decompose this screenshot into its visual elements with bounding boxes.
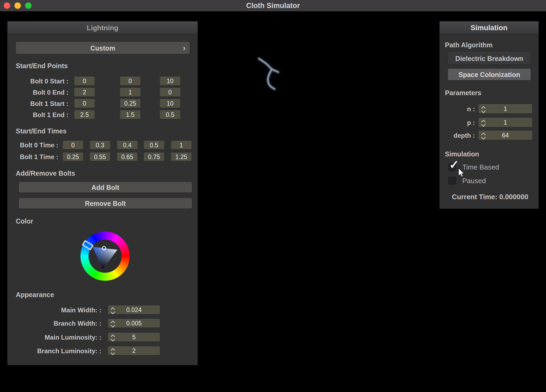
points-row-label: Bolt 1 Start : <box>18 99 68 108</box>
points-row-label: Bolt 0 End : <box>18 88 68 97</box>
time-field[interactable]: 1 <box>171 141 191 149</box>
appearance-row-label: Main Width: : <box>18 306 101 314</box>
color-heading: Color <box>16 217 33 225</box>
simulation-panel: Simulation Path Algorithm Dielectric Bre… <box>439 21 539 209</box>
point-field[interactable]: 0 <box>74 99 95 108</box>
time-field[interactable]: 0.5 <box>144 141 164 149</box>
points-row-label: Bolt 1 End : <box>18 110 68 119</box>
lightning-panel-title: Lightning <box>87 24 118 32</box>
main-luminosity-spinner[interactable]: 5 <box>108 333 160 342</box>
remove-bolt-button[interactable]: Remove Bolt <box>18 198 192 209</box>
point-field[interactable]: 0 <box>74 77 95 86</box>
simulation-heading: Simulation <box>445 150 479 158</box>
current-time-text: Current Time: 0.000000 <box>452 193 528 201</box>
appearance-row-label: Branch Width: : <box>18 319 101 328</box>
chevron-right-icon: › <box>183 42 186 53</box>
appearance-row-label: Main Luminosity: : <box>18 333 101 342</box>
times-row-label: Bolt 1 Time : <box>13 153 58 161</box>
points-row-label: Bolt 0 Start : <box>18 77 68 86</box>
branch-luminosity-spinner[interactable]: 2 <box>108 347 160 355</box>
n-spinner[interactable]: 1 <box>479 104 532 114</box>
parameter-label: p : <box>440 118 475 127</box>
bolts-heading: Add/Remove Bolts <box>16 170 75 177</box>
spinner-value: 5 <box>132 334 136 341</box>
time-field[interactable]: 1.25 <box>171 153 191 161</box>
spinner-value: 2 <box>132 347 136 354</box>
point-field[interactable]: 10 <box>160 99 180 108</box>
time-field[interactable]: 0.65 <box>117 153 137 161</box>
times-heading: Start/End Times <box>16 127 67 135</box>
point-field[interactable]: 0 <box>160 88 180 97</box>
point-field[interactable]: 0 <box>120 77 140 86</box>
space-colonization-button[interactable]: Space Colonization <box>448 69 531 80</box>
title-bar: Cloth Simulator <box>0 0 546 11</box>
time-field[interactable]: 0.55 <box>90 153 110 161</box>
appearance-heading: Appearance <box>16 291 54 299</box>
time-field[interactable]: 0.4 <box>117 141 137 149</box>
times-row-label: Bolt 0 Time : <box>13 141 58 149</box>
appearance-row-label: Branch Luminosity: : <box>18 347 101 355</box>
window-title: Cloth Simulator <box>0 2 546 10</box>
spinner-value: 64 <box>502 132 509 139</box>
paused-checkbox[interactable] <box>448 177 456 185</box>
caret-down-icon[interactable] <box>111 310 115 314</box>
sv-triangle[interactable] <box>80 232 130 281</box>
simulation-panel-header[interactable]: Simulation <box>440 21 539 34</box>
caret-down-icon[interactable] <box>481 122 486 127</box>
point-field[interactable]: 0.5 <box>160 110 180 119</box>
time-field[interactable]: 0.3 <box>90 141 110 149</box>
caret-down-icon[interactable] <box>481 135 486 140</box>
dielectric-breakdown-button[interactable]: Dielectric Breakdown <box>448 52 531 65</box>
caret-down-icon[interactable] <box>111 323 115 328</box>
point-field[interactable]: 0.25 <box>120 99 140 108</box>
time-field[interactable]: 0.75 <box>144 153 164 161</box>
time-based-label[interactable]: Time Based <box>462 163 499 171</box>
path-algorithm-heading: Path Algorithm <box>445 41 493 49</box>
point-field[interactable]: 2.5 <box>74 110 95 119</box>
main-width-spinner[interactable]: 0.024 <box>108 306 160 314</box>
parameter-label: n : <box>440 104 475 114</box>
spinner-value: 0.005 <box>126 320 142 327</box>
color-wheel[interactable] <box>80 232 130 281</box>
simulation-panel-title: Simulation <box>471 24 507 32</box>
lightning-panel: Lightning Custom › Start/End Points Bolt… <box>7 21 198 365</box>
p-spinner[interactable]: 1 <box>479 118 532 127</box>
point-field[interactable]: 10 <box>160 77 180 86</box>
time-field[interactable]: 0.25 <box>63 153 83 161</box>
paused-label[interactable]: Paused <box>462 177 486 185</box>
caret-down-icon[interactable] <box>111 351 115 355</box>
point-field[interactable]: 1.5 <box>120 110 140 119</box>
spinner-value: 1 <box>504 119 507 126</box>
point-field[interactable]: 1 <box>120 88 140 97</box>
lightning-bolt <box>259 59 278 89</box>
points-heading: Start/End Points <box>16 62 68 70</box>
add-bolt-button[interactable]: Add Bolt <box>18 182 192 193</box>
parameters-heading: Parameters <box>445 89 481 97</box>
caret-down-icon[interactable] <box>481 109 486 113</box>
point-field[interactable]: 2 <box>74 88 95 97</box>
mouse-cursor-icon <box>458 168 466 179</box>
preset-combo[interactable]: Custom › <box>16 42 190 54</box>
branch-width-spinner[interactable]: 0.005 <box>108 319 160 328</box>
depth-spinner[interactable]: 64 <box>479 131 532 140</box>
preset-combo-value: Custom <box>90 44 115 52</box>
spinner-value: 1 <box>504 105 507 112</box>
lightning-panel-header[interactable]: Lightning <box>7 21 198 34</box>
sv-marker[interactable] <box>102 246 106 250</box>
spinner-value: 0.024 <box>126 306 142 313</box>
parameter-label: depth : <box>440 131 475 140</box>
time-field[interactable]: 0 <box>63 141 83 149</box>
caret-down-icon[interactable] <box>111 337 115 342</box>
